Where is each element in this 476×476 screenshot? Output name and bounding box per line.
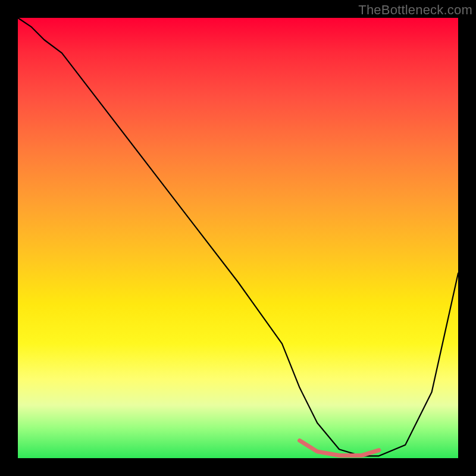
plot-area	[18, 18, 458, 458]
main-curve	[18, 18, 458, 456]
watermark-text: TheBottleneck.com	[358, 2, 472, 18]
trough-highlight	[300, 440, 379, 455]
chart-svg	[18, 18, 458, 458]
chart-container: TheBottleneck.com	[0, 0, 476, 476]
